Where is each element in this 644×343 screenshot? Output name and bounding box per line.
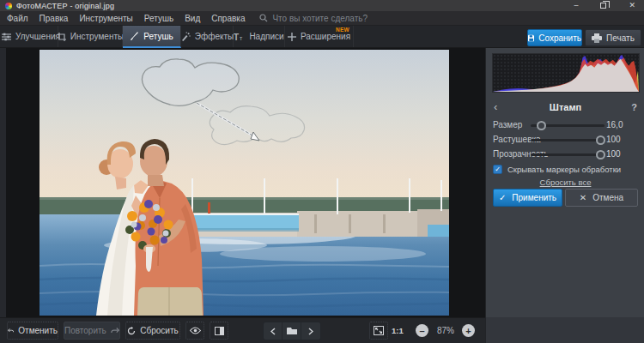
photo-canvas[interactable] [39,50,449,316]
bottom-toolbar: Отменить Повторить Сбросить [0,317,485,343]
close-button[interactable]: ✕ [629,2,635,9]
checkbox-label: Скрывать маркеры обработки [507,165,621,174]
hide-markers-checkbox-row[interactable]: ✓ Скрывать маркеры обработки [493,165,621,174]
canvas-area [0,48,485,317]
title-bar: ФотоМАСТЕР - original.jpg – ✕ [0,0,644,11]
slider-value: 16,0 [606,120,623,129]
new-badge: NEW [336,27,349,33]
tab-extensions[interactable]: NEW Расширения [285,26,354,47]
panel-footer-area [485,317,644,343]
slider-value: 100 [606,135,621,144]
menu-item-tools[interactable]: Инструменты [79,14,132,23]
panel-back-button[interactable]: ‹ [494,102,497,112]
crop-icon [58,33,66,41]
tab-captions[interactable]: T т Надписи [234,26,285,47]
panel-title: Штамп [486,102,644,112]
reset-all-link[interactable]: Сбросить все [486,178,644,187]
printer-icon [592,33,602,43]
menu-bar: Файл Правка Инструменты Ретушь Вид Справ… [0,11,644,26]
tab-label: Расширения [301,32,350,41]
save-icon [528,33,534,43]
save-button[interactable]: Сохранить [527,29,582,46]
cancel-label: Отмена [592,193,623,202]
feather-slider-track[interactable] [531,139,605,141]
menu-item-retouch[interactable]: Ретушь [144,14,173,23]
window-title: ФотоМАСТЕР - original.jpg [16,2,114,10]
undo-label: Отменить [18,326,58,335]
next-photo-button[interactable] [301,322,320,340]
tab-label: Ретушь [143,32,173,41]
tab-label: Надписи [249,32,283,41]
tab-improvements[interactable]: Улучшения [4,26,58,47]
opacity-slider-track[interactable] [531,153,605,156]
apply-label: Применить [512,193,556,202]
slider-row-feather: Растушевка 100 [486,132,644,147]
undo-button[interactable]: Отменить [7,322,58,340]
histogram [492,53,640,93]
tab-label: Инструменты [70,32,124,41]
redo-icon [111,327,119,334]
restore-button[interactable] [600,3,606,9]
open-folder-button[interactable] [283,322,301,340]
canvas-left-strip [0,48,6,317]
print-button[interactable]: Печать [585,29,641,46]
text-icon: T т [234,33,245,41]
slider-value: 100 [606,149,621,159]
undo-icon [8,327,14,334]
photo-nav-group [263,322,321,340]
reset-button[interactable]: Сбросить [125,322,180,340]
app-window: ФотоМАСТЕР - original.jpg – ✕ Файл Правк… [0,0,644,343]
search-input[interactable] [272,14,410,23]
apply-button[interactable]: ✓ Применить [493,189,562,207]
feather-slider-handle[interactable] [596,135,605,145]
tab-label: Улучшения [15,32,60,41]
check-icon: ✓ [499,193,506,202]
tab-label: Эффекты [195,32,234,41]
zoom-out-button[interactable]: – [416,324,428,337]
menu-item-view[interactable]: Вид [185,14,200,23]
reset-icon [127,327,136,335]
size-slider-handle[interactable] [537,121,546,130]
svg-text:т: т [240,35,243,41]
prev-photo-button[interactable] [264,322,283,340]
svg-text:T: T [234,33,239,41]
reset-label: Сбросить [140,326,178,335]
app-logo-icon [5,3,12,9]
menu-item-help[interactable]: Справка [211,14,245,23]
tab-bar: Улучшения Инструменты Ретушь Эффекты T [0,26,644,48]
tab-tools[interactable]: Инструменты [59,26,123,47]
photo-image [39,50,449,316]
eye-icon [190,327,201,334]
zoom-in-button[interactable]: + [462,324,475,337]
search-box[interactable] [259,14,410,23]
redo-button[interactable]: Повторить [64,322,120,340]
opacity-slider-handle[interactable] [596,150,605,159]
compare-split-button[interactable] [210,322,228,340]
menu-item-edit[interactable]: Правка [39,14,69,23]
plus-icon [288,33,296,41]
cross-icon: ✕ [580,193,586,202]
compare-icon [215,327,224,335]
fit-to-screen-button[interactable] [369,322,388,340]
actual-size-button[interactable]: 1:1 [392,326,404,335]
search-icon [259,14,268,22]
menu-item-file[interactable]: Файл [7,14,28,23]
magic-wand-icon [181,32,191,41]
before-after-eye-button[interactable] [185,322,204,340]
save-label: Сохранить [538,33,581,43]
sliders-icon [2,33,11,41]
folder-icon [287,327,297,335]
minimize-button[interactable]: – [574,2,578,9]
tab-effects[interactable]: Эффекты [182,26,234,47]
tab-retouch[interactable]: Ретушь [123,26,181,48]
slider-row-size: Размер 16,0 [486,117,644,132]
redo-label: Повторить [64,326,106,335]
checkbox-checked-icon[interactable]: ✓ [493,165,502,174]
brush-icon [130,32,139,41]
panel-header: ‹ Штамп ? [486,98,644,117]
size-slider-track[interactable] [531,124,605,127]
cancel-button[interactable]: ✕ Отмена [565,189,638,207]
slider-label: Размер [493,120,522,129]
zoom-level: 87% [431,326,460,335]
panel-help-button[interactable]: ? [631,102,637,112]
